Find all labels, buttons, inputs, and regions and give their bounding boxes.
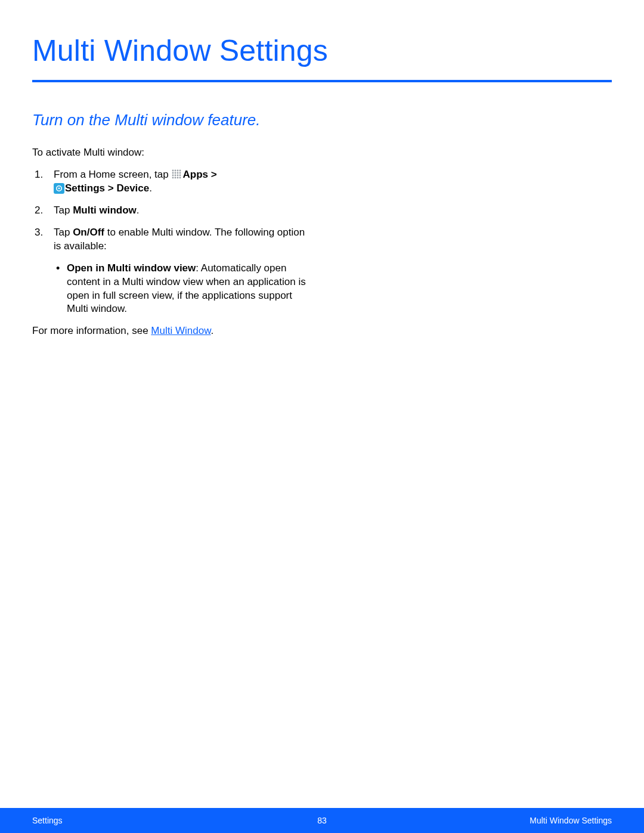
page-subtitle: Turn on the Multi window feature. [32, 111, 612, 129]
title-underline [32, 80, 612, 82]
step-1: 1. From a Home screen, tap Apps > [32, 168, 312, 196]
svg-point-15 [179, 177, 181, 179]
step-number: 3. [35, 226, 43, 240]
svg-point-3 [179, 170, 181, 172]
svg-point-8 [172, 175, 174, 176]
bullet-bold: Open in Multi window view [67, 262, 196, 274]
settings-label: Settings [65, 182, 105, 194]
step-number: 1. [35, 168, 43, 182]
step-bold: Multi window [73, 205, 137, 216]
more-info: For more information, see Multi Window. [32, 324, 312, 338]
more-info-text: For more information, see [32, 325, 151, 336]
step-text: From a Home screen, tap [54, 169, 171, 180]
more-info-text: . [211, 325, 214, 336]
apps-grid-icon [172, 169, 181, 179]
step-3: 3. Tap On/Off to enable Multi window. Th… [32, 226, 312, 253]
svg-point-9 [175, 175, 177, 176]
step-number: 2. [35, 204, 43, 218]
bullet-list: Open in Multi window view: Automatically… [32, 262, 312, 317]
text: . [149, 182, 152, 194]
content-column: To activate Multi window: 1. From a Home… [32, 146, 312, 338]
step-text: Tap [54, 205, 73, 216]
svg-point-4 [172, 172, 174, 174]
text: > [208, 169, 217, 180]
step-2: 2. Tap Multi window. [32, 204, 312, 218]
bullet-item: Open in Multi window view: Automatically… [32, 262, 312, 317]
svg-point-6 [177, 172, 179, 174]
page-title: Multi Window Settings [32, 33, 612, 80]
svg-point-7 [179, 172, 181, 174]
svg-point-5 [175, 172, 177, 174]
svg-point-0 [172, 170, 174, 172]
step-text: . [137, 205, 140, 216]
svg-point-2 [177, 170, 179, 172]
steps-list: 1. From a Home screen, tap Apps > [32, 168, 312, 253]
svg-point-13 [175, 177, 177, 179]
svg-point-14 [177, 177, 179, 179]
step-bold: On/Off [73, 227, 104, 238]
apps-label: Apps [182, 169, 208, 180]
svg-point-18 [58, 187, 60, 189]
svg-point-1 [175, 170, 177, 172]
multi-window-link[interactable]: Multi Window [151, 325, 210, 336]
page-footer: Settings 83 Multi Window Settings [0, 808, 644, 833]
settings-gear-icon [54, 183, 64, 194]
svg-point-12 [172, 177, 174, 179]
footer-section: Settings [32, 816, 63, 825]
svg-point-10 [177, 175, 179, 176]
step-text: Tap [54, 227, 73, 238]
text: > [105, 182, 116, 194]
footer-topic: Multi Window Settings [530, 816, 612, 825]
intro-text: To activate Multi window: [32, 146, 312, 160]
document-page: Multi Window Settings Turn on the Multi … [0, 0, 644, 833]
device-label: Device [116, 182, 149, 194]
svg-point-11 [179, 175, 181, 176]
